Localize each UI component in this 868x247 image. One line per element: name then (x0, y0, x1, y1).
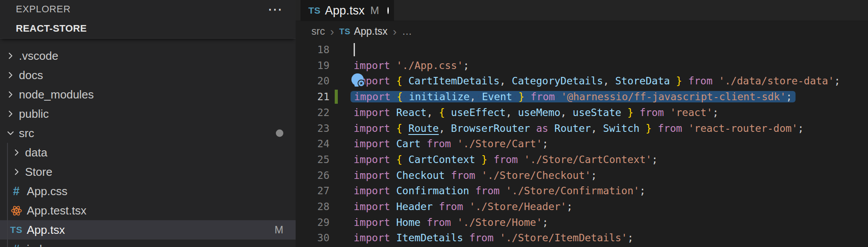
chevron-right-icon[interactable] (11, 167, 22, 177)
breadcrumb-label: … (402, 25, 412, 37)
breadcrumb-label: App.tsx (354, 25, 388, 37)
tree-item-app-test-tsx[interactable]: App.test.tsx (0, 201, 296, 220)
tree-item-docs[interactable]: docs (0, 65, 296, 85)
code-line-18[interactable]: 18 (296, 42, 868, 58)
line-number: 19 (296, 60, 329, 71)
project-name: REACT-STORE (16, 23, 87, 34)
code-text: import React, { useEffect, useMemo, useS… (354, 107, 719, 118)
tree-item-label: App.css (27, 185, 68, 198)
folder-modified-dot (276, 130, 283, 137)
breadcrumb-label: src (311, 25, 325, 37)
editor-pane: TS App.tsx M src›TSApp.tsx›… 1819import … (296, 0, 868, 247)
breadcrumb-item-src[interactable]: src (311, 25, 325, 37)
line-number: 23 (296, 123, 329, 134)
line-number: 22 (296, 107, 329, 118)
code-line-24[interactable]: 24import Cart from './Store/Cart'; (296, 136, 868, 152)
line-number: 18 (296, 44, 329, 55)
chevron-down-icon[interactable] (5, 128, 16, 138)
code-line-22[interactable]: 22import React, { useEffect, useMemo, us… (296, 105, 868, 120)
tree-item-src[interactable]: src (0, 123, 296, 143)
tree-item-label: .vscode (19, 49, 58, 63)
code-text: import { CartContext } from './Store/Car… (354, 154, 658, 165)
tree-item-public[interactable]: public (0, 104, 296, 123)
code-line-20[interactable]: 20import { CartItemDetails, CategoryDeta… (296, 73, 868, 89)
code-line-28[interactable]: 28import Header from './Store/Header'; (296, 199, 868, 214)
tree-item-node-modules[interactable]: node_modules (0, 85, 296, 104)
code-text: import Home from './Store/Home'; (354, 217, 548, 228)
css-icon: # (9, 243, 24, 247)
text-cursor-caret (354, 43, 355, 56)
tab-app-tsx[interactable]: TS App.tsx M (300, 0, 394, 21)
line-number: 30 (296, 232, 329, 243)
tree-item-label: Store (25, 165, 52, 179)
typescript-icon: TS (339, 27, 350, 36)
line-number: 26 (296, 170, 329, 181)
selected-code-text: import·{·initialize,·Event·}·from·'@harn… (351, 91, 796, 102)
tree-item-app-css[interactable]: #App.css (0, 182, 296, 201)
gutter-modified-indicator (335, 90, 338, 104)
chevron-right-icon[interactable] (5, 109, 16, 119)
code-text: import Cart from './Store/Cart'; (354, 138, 548, 149)
typescript-icon: TS (9, 223, 24, 236)
breadcrumb-separator-icon: › (393, 26, 397, 37)
tab-bar: TS App.tsx M (296, 0, 868, 21)
line-number: 24 (296, 138, 329, 149)
line-number: 21 (296, 91, 329, 102)
breadcrumb: src›TSApp.tsx›… (296, 21, 868, 42)
git-modified-badge: M (275, 224, 283, 236)
tree-item-data[interactable]: data (0, 143, 296, 162)
tree-item-app-tsx[interactable]: TSApp.tsxM (0, 220, 296, 240)
unsaved-changes-dot[interactable] (387, 7, 389, 14)
css-icon: # (9, 185, 24, 198)
code-line-29[interactable]: 29import Home from './Store/Home'; (296, 214, 868, 230)
code-text: import ItemDetails from './Store/ItemDet… (354, 232, 633, 243)
tree-item-label: public (19, 107, 49, 121)
breadcrumb-item-ellipsis[interactable]: … (402, 25, 412, 37)
chevron-right-icon[interactable] (11, 147, 22, 158)
lightbulb-sparkle-icon[interactable]: ★ (351, 73, 364, 87)
tree-item-label: data (25, 146, 47, 160)
code-line-23[interactable]: 23import { Route, BrowserRouter as Route… (296, 120, 868, 136)
react-icon (9, 204, 24, 217)
tree-item-label: docs (19, 69, 43, 82)
vscode-window: EXPLORER ⋯ REACT-STORE .vscodedocsnode_m… (0, 0, 868, 247)
code-editor[interactable]: 1819import './App.css';★20import { CartI… (296, 42, 868, 247)
code-text: import { Route, BrowserRouter as Router,… (354, 123, 804, 134)
chevron-right-icon[interactable] (5, 70, 16, 80)
tree-indent-guide (7, 143, 8, 247)
breadcrumb-item-app-tsx[interactable]: TSApp.tsx (339, 25, 387, 37)
explorer-title: EXPLORER (16, 4, 71, 15)
tab-title: App.tsx (325, 4, 365, 18)
tree-item--vscode[interactable]: .vscode (0, 46, 296, 65)
code-text: import Confirmation from './Store/Confir… (354, 185, 646, 196)
code-text: import Header from './Store/Header'; (354, 201, 573, 212)
tree-item-label: App.tsx (27, 223, 65, 237)
line-number: 20 (296, 75, 329, 87)
tree-item-store[interactable]: Store (0, 162, 296, 182)
typescript-icon: TS (308, 5, 321, 16)
code-line-27[interactable]: 27import Confirmation from './Store/Conf… (296, 183, 868, 199)
project-section-header[interactable]: REACT-STORE (0, 18, 296, 39)
tree-item-label: App.test.tsx (27, 204, 87, 218)
code-line-30[interactable]: 30import ItemDetails from './Store/ItemD… (296, 230, 868, 246)
chevron-right-icon[interactable] (5, 89, 16, 100)
code-line-25[interactable]: 25import { CartContext } from './Store/C… (296, 152, 868, 167)
breadcrumb-separator-icon: › (330, 26, 334, 37)
tab-modified-badge: M (370, 4, 379, 17)
file-tree: .vscodedocsnode_modulespublicsrcdataStor… (0, 46, 296, 247)
tree-item-label: src (19, 127, 34, 140)
line-number: 27 (296, 185, 329, 196)
chevron-right-icon[interactable] (5, 51, 16, 61)
code-line-26[interactable]: 26import Checkout from './Store/Checkout… (296, 167, 868, 183)
code-text: import './App.css'; (354, 60, 469, 71)
code-line-19[interactable]: 19import './App.css'; (296, 58, 868, 73)
tree-item-label: node_modules (19, 88, 94, 102)
more-actions-icon[interactable]: ⋯ (268, 5, 283, 14)
tree-item-index-css[interactable]: #index.css (0, 240, 296, 247)
line-number: 29 (296, 217, 329, 228)
explorer-header: EXPLORER ⋯ (0, 0, 296, 18)
code-text: import Checkout from './Store/Checkout'; (354, 170, 597, 181)
explorer-sidebar: EXPLORER ⋯ REACT-STORE .vscodedocsnode_m… (0, 0, 296, 247)
code-text: import { CartItemDetails, CategoryDetail… (354, 75, 840, 87)
code-line-21[interactable]: 21import·{·initialize,·Event·}·from·'@ha… (296, 89, 868, 105)
